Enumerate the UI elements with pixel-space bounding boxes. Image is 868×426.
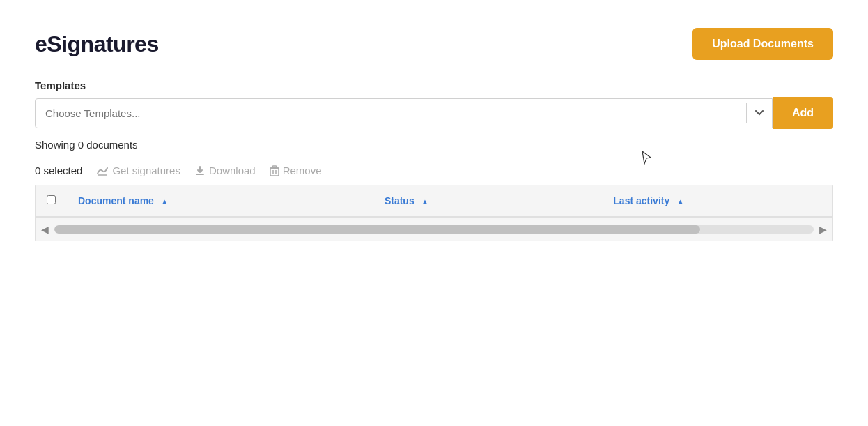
trash-icon bbox=[270, 165, 279, 176]
page-container: eSignatures Upload Documents Templates A… bbox=[0, 0, 868, 426]
svg-rect-1 bbox=[196, 174, 204, 175]
header-row: eSignatures Upload Documents bbox=[35, 28, 833, 60]
get-signatures-label: Get signatures bbox=[112, 165, 180, 176]
scroll-right-button[interactable]: ▶ bbox=[814, 221, 832, 238]
th-checkbox bbox=[36, 185, 67, 217]
th-last-activity-label: Last activity bbox=[613, 195, 669, 206]
remove-action[interactable]: Remove bbox=[270, 165, 322, 176]
sort-asc-icon: ▲ bbox=[161, 197, 169, 206]
download-action[interactable]: Download bbox=[194, 165, 256, 176]
cursor bbox=[641, 150, 653, 165]
add-button[interactable]: Add bbox=[773, 97, 833, 129]
svg-rect-2 bbox=[270, 168, 279, 176]
th-status[interactable]: Status ▲ bbox=[373, 185, 602, 217]
signature-icon bbox=[96, 165, 109, 176]
select-all-checkbox[interactable] bbox=[47, 195, 56, 204]
scrollbar-thumb bbox=[54, 225, 700, 234]
templates-dropdown-button[interactable] bbox=[746, 103, 772, 123]
templates-select-wrapper bbox=[35, 98, 773, 128]
th-document-name[interactable]: Document name ▲ bbox=[67, 185, 373, 217]
chevron-down-icon bbox=[755, 110, 764, 116]
selected-count: 0 selected bbox=[35, 165, 82, 176]
upload-documents-button[interactable]: Upload Documents bbox=[692, 28, 833, 60]
th-document-name-label: Document name bbox=[78, 195, 154, 206]
table-header: Document name ▲ Status ▲ Last activity ▲ bbox=[36, 185, 832, 217]
th-last-activity[interactable]: Last activity ▲ bbox=[602, 185, 832, 217]
remove-label: Remove bbox=[283, 165, 322, 176]
sort-both-icon-activity: ▲ bbox=[676, 197, 684, 206]
toolbar-row: 0 selected Get signatures Download bbox=[35, 165, 833, 176]
scrollbar-track[interactable] bbox=[54, 225, 814, 234]
th-status-label: Status bbox=[385, 195, 414, 206]
table-wrapper: Document name ▲ Status ▲ Last activity ▲ bbox=[35, 185, 833, 241]
templates-label: Templates bbox=[35, 79, 833, 91]
templates-row: Add bbox=[35, 97, 833, 129]
scroll-left-button[interactable]: ◀ bbox=[36, 221, 54, 238]
sort-both-icon-status: ▲ bbox=[421, 197, 429, 206]
horizontal-scrollbar: ◀ ▶ bbox=[36, 218, 832, 241]
download-icon bbox=[194, 165, 206, 176]
svg-rect-4 bbox=[272, 166, 277, 168]
app-title: eSignatures bbox=[35, 31, 159, 57]
templates-input[interactable] bbox=[36, 99, 746, 128]
documents-table: Document name ▲ Status ▲ Last activity ▲ bbox=[36, 185, 832, 218]
get-signatures-action[interactable]: Get signatures bbox=[96, 165, 180, 176]
download-label: Download bbox=[209, 165, 256, 176]
showing-documents-label: Showing 0 documents bbox=[35, 139, 833, 151]
table-header-row: Document name ▲ Status ▲ Last activity ▲ bbox=[36, 185, 832, 217]
